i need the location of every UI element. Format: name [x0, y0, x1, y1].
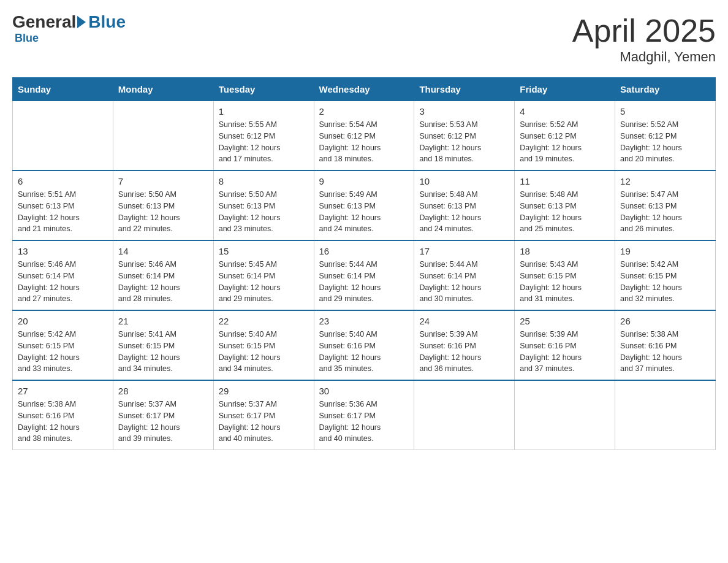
day-number: 30	[319, 386, 409, 396]
calendar-header-row: SundayMondayTuesdayWednesdayThursdayFrid…	[13, 78, 716, 101]
calendar-cell: 4Sunrise: 5:52 AM Sunset: 6:12 PM Daylig…	[515, 101, 615, 171]
calendar-cell	[515, 380, 615, 450]
day-info: Sunrise: 5:37 AM Sunset: 6:17 PM Dayligh…	[118, 399, 208, 445]
calendar-cell: 30Sunrise: 5:36 AM Sunset: 6:17 PM Dayli…	[314, 380, 414, 450]
day-info: Sunrise: 5:49 AM Sunset: 6:13 PM Dayligh…	[319, 189, 409, 235]
calendar-cell: 21Sunrise: 5:41 AM Sunset: 6:15 PM Dayli…	[113, 310, 213, 380]
day-info: Sunrise: 5:38 AM Sunset: 6:16 PM Dayligh…	[620, 329, 710, 375]
day-info: Sunrise: 5:53 AM Sunset: 6:12 PM Dayligh…	[419, 119, 509, 165]
day-number: 23	[319, 316, 409, 326]
day-info: Sunrise: 5:36 AM Sunset: 6:17 PM Dayligh…	[319, 399, 409, 445]
calendar-cell: 11Sunrise: 5:48 AM Sunset: 6:13 PM Dayli…	[515, 170, 615, 240]
calendar-week-row: 27Sunrise: 5:38 AM Sunset: 6:16 PM Dayli…	[13, 380, 716, 450]
calendar-cell: 2Sunrise: 5:54 AM Sunset: 6:12 PM Daylig…	[314, 101, 414, 171]
calendar-cell: 6Sunrise: 5:51 AM Sunset: 6:13 PM Daylig…	[13, 170, 113, 240]
day-info: Sunrise: 5:40 AM Sunset: 6:16 PM Dayligh…	[319, 329, 409, 375]
day-info: Sunrise: 5:50 AM Sunset: 6:13 PM Dayligh…	[118, 189, 208, 235]
calendar-week-row: 1Sunrise: 5:55 AM Sunset: 6:12 PM Daylig…	[13, 101, 716, 171]
calendar-header-sunday: Sunday	[13, 78, 113, 101]
calendar-cell	[13, 101, 113, 171]
calendar-cell: 13Sunrise: 5:46 AM Sunset: 6:14 PM Dayli…	[13, 240, 113, 310]
calendar-cell: 15Sunrise: 5:45 AM Sunset: 6:14 PM Dayli…	[213, 240, 314, 310]
day-info: Sunrise: 5:44 AM Sunset: 6:14 PM Dayligh…	[319, 259, 409, 305]
day-info: Sunrise: 5:39 AM Sunset: 6:16 PM Dayligh…	[419, 329, 509, 375]
calendar-cell: 18Sunrise: 5:43 AM Sunset: 6:15 PM Dayli…	[515, 240, 615, 310]
day-info: Sunrise: 5:41 AM Sunset: 6:15 PM Dayligh…	[118, 329, 208, 375]
day-info: Sunrise: 5:42 AM Sunset: 6:15 PM Dayligh…	[620, 259, 710, 305]
calendar-cell: 26Sunrise: 5:38 AM Sunset: 6:16 PM Dayli…	[615, 310, 716, 380]
day-number: 3	[419, 106, 509, 117]
day-info: Sunrise: 5:55 AM Sunset: 6:12 PM Dayligh…	[219, 119, 309, 165]
logo-blue-text: Blue	[88, 12, 126, 32]
page-header: General Blue Blue April 2025 Madghil, Ye…	[12, 12, 716, 65]
day-info: Sunrise: 5:40 AM Sunset: 6:15 PM Dayligh…	[219, 329, 309, 375]
calendar-cell: 20Sunrise: 5:42 AM Sunset: 6:15 PM Dayli…	[13, 310, 113, 380]
day-number: 18	[520, 246, 610, 256]
calendar-cell	[615, 380, 716, 450]
day-number: 15	[219, 246, 309, 256]
day-info: Sunrise: 5:38 AM Sunset: 6:16 PM Dayligh…	[18, 399, 108, 445]
day-number: 4	[520, 106, 610, 117]
calendar-cell	[414, 380, 515, 450]
title-block: April 2025 Madghil, Yemen	[572, 12, 716, 65]
calendar-cell: 14Sunrise: 5:46 AM Sunset: 6:14 PM Dayli…	[113, 240, 213, 310]
day-number: 6	[18, 176, 108, 186]
calendar-cell: 12Sunrise: 5:47 AM Sunset: 6:13 PM Dayli…	[615, 170, 716, 240]
calendar-cell: 8Sunrise: 5:50 AM Sunset: 6:13 PM Daylig…	[213, 170, 314, 240]
logo-line2: Blue	[15, 32, 39, 45]
day-number: 26	[620, 316, 710, 326]
calendar-cell: 5Sunrise: 5:52 AM Sunset: 6:12 PM Daylig…	[615, 101, 716, 171]
day-info: Sunrise: 5:52 AM Sunset: 6:12 PM Dayligh…	[620, 119, 710, 165]
logo: General Blue Blue	[12, 12, 126, 45]
day-info: Sunrise: 5:46 AM Sunset: 6:14 PM Dayligh…	[18, 259, 108, 305]
calendar-week-row: 6Sunrise: 5:51 AM Sunset: 6:13 PM Daylig…	[13, 170, 716, 240]
calendar-header-tuesday: Tuesday	[213, 78, 314, 101]
calendar-header-friday: Friday	[515, 78, 615, 101]
day-number: 29	[219, 386, 309, 396]
day-number: 13	[18, 246, 108, 256]
logo-general-text: General	[12, 12, 76, 32]
day-number: 28	[118, 386, 208, 396]
day-info: Sunrise: 5:46 AM Sunset: 6:14 PM Dayligh…	[118, 259, 208, 305]
day-info: Sunrise: 5:52 AM Sunset: 6:12 PM Dayligh…	[520, 119, 610, 165]
day-info: Sunrise: 5:48 AM Sunset: 6:13 PM Dayligh…	[520, 189, 610, 235]
calendar-cell: 17Sunrise: 5:44 AM Sunset: 6:14 PM Dayli…	[414, 240, 515, 310]
calendar-header-wednesday: Wednesday	[314, 78, 414, 101]
calendar-week-row: 13Sunrise: 5:46 AM Sunset: 6:14 PM Dayli…	[13, 240, 716, 310]
calendar-cell: 27Sunrise: 5:38 AM Sunset: 6:16 PM Dayli…	[13, 380, 113, 450]
day-number: 20	[18, 316, 108, 326]
calendar-cell: 23Sunrise: 5:40 AM Sunset: 6:16 PM Dayli…	[314, 310, 414, 380]
calendar-cell: 1Sunrise: 5:55 AM Sunset: 6:12 PM Daylig…	[213, 101, 314, 171]
day-info: Sunrise: 5:50 AM Sunset: 6:13 PM Dayligh…	[219, 189, 309, 235]
calendar-header-saturday: Saturday	[615, 78, 716, 101]
calendar-cell: 28Sunrise: 5:37 AM Sunset: 6:17 PM Dayli…	[113, 380, 213, 450]
day-info: Sunrise: 5:54 AM Sunset: 6:12 PM Dayligh…	[319, 119, 409, 165]
logo-arrow-icon	[77, 16, 86, 28]
day-number: 22	[219, 316, 309, 326]
day-info: Sunrise: 5:43 AM Sunset: 6:15 PM Dayligh…	[520, 259, 610, 305]
day-number: 7	[118, 176, 208, 186]
day-number: 11	[520, 176, 610, 186]
calendar-cell: 7Sunrise: 5:50 AM Sunset: 6:13 PM Daylig…	[113, 170, 213, 240]
day-number: 1	[219, 106, 309, 117]
day-info: Sunrise: 5:44 AM Sunset: 6:14 PM Dayligh…	[419, 259, 509, 305]
calendar-cell: 3Sunrise: 5:53 AM Sunset: 6:12 PM Daylig…	[414, 101, 515, 171]
day-info: Sunrise: 5:51 AM Sunset: 6:13 PM Dayligh…	[18, 189, 108, 235]
calendar-cell: 9Sunrise: 5:49 AM Sunset: 6:13 PM Daylig…	[314, 170, 414, 240]
calendar-cell: 19Sunrise: 5:42 AM Sunset: 6:15 PM Dayli…	[615, 240, 716, 310]
day-info: Sunrise: 5:48 AM Sunset: 6:13 PM Dayligh…	[419, 189, 509, 235]
calendar-table: SundayMondayTuesdayWednesdayThursdayFrid…	[12, 77, 716, 450]
day-number: 19	[620, 246, 710, 256]
calendar-cell: 16Sunrise: 5:44 AM Sunset: 6:14 PM Dayli…	[314, 240, 414, 310]
day-number: 8	[219, 176, 309, 186]
day-info: Sunrise: 5:37 AM Sunset: 6:17 PM Dayligh…	[219, 399, 309, 445]
calendar-month-title: April 2025	[572, 12, 716, 49]
calendar-cell: 10Sunrise: 5:48 AM Sunset: 6:13 PM Dayli…	[414, 170, 515, 240]
day-info: Sunrise: 5:47 AM Sunset: 6:13 PM Dayligh…	[620, 189, 710, 235]
calendar-header-thursday: Thursday	[414, 78, 515, 101]
day-number: 17	[419, 246, 509, 256]
day-number: 2	[319, 106, 409, 117]
day-info: Sunrise: 5:42 AM Sunset: 6:15 PM Dayligh…	[18, 329, 108, 375]
calendar-cell: 29Sunrise: 5:37 AM Sunset: 6:17 PM Dayli…	[213, 380, 314, 450]
calendar-cell: 25Sunrise: 5:39 AM Sunset: 6:16 PM Dayli…	[515, 310, 615, 380]
